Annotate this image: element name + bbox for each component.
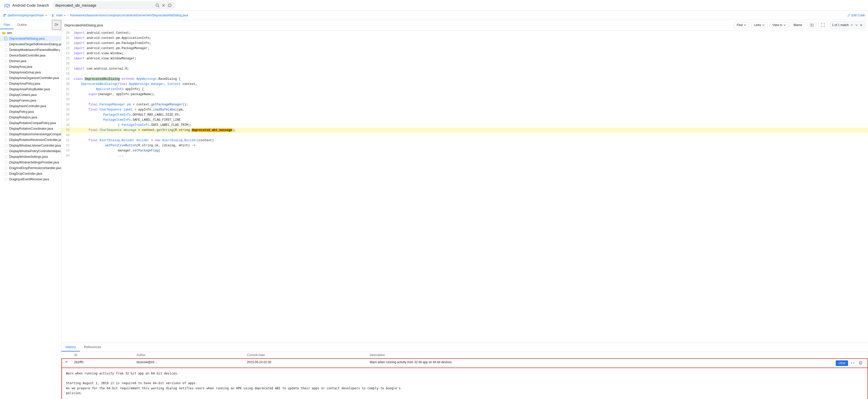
line-code: final PackageManager pm = context.getPac… <box>72 102 868 107</box>
breadcrumb-sep2: › <box>67 13 69 17</box>
line-number: 35 <box>61 107 72 112</box>
svg-point-10 <box>5 14 6 15</box>
tree-file-deprecated-abi[interactable]: J DeprecatedAbiDialog.java <box>0 36 61 41</box>
tree-file-15[interactable]: DisplayRotationCompatPolicy.java <box>0 120 61 126</box>
tree-file-14[interactable]: DisplayRotation.java <box>0 114 61 120</box>
bottom-tab-history[interactable]: History <box>61 343 80 352</box>
file-name: DisplayRotationCoordinator.java <box>9 127 53 130</box>
code-line-40: 40 <box>61 133 868 138</box>
copy-icon <box>859 361 863 365</box>
svg-rect-34 <box>5 110 7 113</box>
search-bar[interactable]: i <box>52 1 175 9</box>
match-close-button[interactable] <box>860 24 863 27</box>
tree-file-25[interactable]: DragInputEventReceiver.java <box>0 176 61 182</box>
find-button[interactable]: Find <box>734 22 749 28</box>
search-input[interactable] <box>55 3 153 7</box>
commit-copy-button[interactable] <box>857 360 864 366</box>
svg-rect-35 <box>5 116 7 119</box>
col-date: Commit Date <box>244 352 367 359</box>
collapse-icon <box>55 23 59 27</box>
sidebar-tab-outline[interactable]: Outline <box>13 21 30 29</box>
tree-file-9[interactable]: DisplayAreaPolicyBuilder.java <box>0 87 61 92</box>
tree-file-23[interactable]: DragAndDropPermissionsHandler.java <box>0 165 61 171</box>
bottom-tab-references[interactable]: References <box>80 343 105 352</box>
commit-row-1[interactable]: 2b1fff3 tdusnoki@inf.... 2023-05-24 02:3… <box>62 359 868 368</box>
svg-text:{Q}: {Q} <box>4 3 10 8</box>
line-number: 40 <box>61 133 72 138</box>
svg-point-9 <box>4 15 5 16</box>
breadcrumb-platform[interactable]: platform/superproject/main <box>8 13 44 17</box>
match-next-button[interactable] <box>855 24 858 27</box>
col-author: Author <box>133 352 244 359</box>
tree-file-19[interactable]: DisplayWindowListenerController.java <box>0 143 61 148</box>
java-file-icon5 <box>4 59 8 63</box>
file-name: DisplayPolicy.java <box>9 110 34 113</box>
view-in-button[interactable]: View in <box>770 22 788 28</box>
tree-file-4[interactable]: Dimmer.java <box>0 58 61 64</box>
tree-file-1[interactable]: DeprecatedTargetSdkVersionDialog.java <box>0 41 61 47</box>
tree-file-8[interactable]: DisplayAreaPolicy.java <box>0 81 61 87</box>
app-logo[interactable]: {Q} Android Code Search <box>3 2 49 9</box>
tree-file-18[interactable]: DisplayRotationReversionController.java <box>0 137 61 143</box>
tree-file-2[interactable]: DesktopModelaunchParamsModifier.j <box>0 47 61 53</box>
search-clear-button[interactable] <box>161 3 165 7</box>
history-header-row: ID Author Commit Date Description <box>62 352 868 359</box>
java-file-icon3 <box>4 48 8 52</box>
history-scroll[interactable]: ID Author Commit Date Description <box>61 352 868 399</box>
tree-file-10[interactable]: DisplayContent.java <box>0 92 61 98</box>
split-view-button[interactable] <box>807 22 816 28</box>
commit-chevron[interactable] <box>62 359 71 368</box>
links-button[interactable]: Links <box>751 22 768 28</box>
breadcrumb-root[interactable]: platform/superproject/main <box>3 13 48 17</box>
sidebar-collapse-button[interactable] <box>52 20 61 30</box>
search-button[interactable] <box>155 3 159 7</box>
tree-file-11[interactable]: DisplayFrames.java <box>0 98 61 103</box>
search-info-button[interactable]: i <box>167 3 172 7</box>
sidebar-tab-files[interactable]: Files <box>0 21 13 29</box>
commit-view-button[interactable]: VIEW <box>836 360 848 366</box>
tree-file-5[interactable]: DisplayArea.java <box>0 64 61 70</box>
line-number: 33 <box>61 97 72 102</box>
file-name: DragDropController.java <box>9 172 42 175</box>
code-line-22: 22import android.content.pm.PackageItemI… <box>61 41 868 46</box>
tree-file-12[interactable]: DisplayHashController.java <box>0 103 61 109</box>
tree-file-22[interactable]: DisplayWindowSettingsProvider.java <box>0 160 61 165</box>
links-label: Links <box>754 23 761 27</box>
file-name: DisplayRotation.java <box>9 115 37 119</box>
java-file-icon20 <box>4 144 8 147</box>
bottom-tabs: History References <box>61 343 868 352</box>
breadcrumb-branch-name[interactable]: main <box>56 13 63 17</box>
chevron-down-icon2 <box>63 14 66 16</box>
code-line-23: 23import android.content.pm.PackageManag… <box>61 46 868 51</box>
tree-file-21[interactable]: DisplayWindowSettings.java <box>0 154 61 160</box>
file-name: DragAndDropPermissionsHandler.java <box>9 166 61 170</box>
java-file-icon26 <box>4 177 8 181</box>
tree-file-24[interactable]: DragDropController.java <box>0 171 61 176</box>
svg-rect-42 <box>5 155 7 158</box>
tree-file-16[interactable]: DisplayRotationCoordinator.java <box>0 126 61 131</box>
edit-code-button[interactable]: Edit Code <box>847 13 865 17</box>
match-prev-button[interactable] <box>850 24 854 27</box>
commit-code-button[interactable] <box>849 360 856 366</box>
commit-author: tdusnoki@inf.... <box>133 359 244 368</box>
tree-file-6[interactable]: DisplayAreaGroup.java <box>0 70 61 75</box>
breadcrumb-path[interactable]: frameworks/base/services/core/java/com/a… <box>70 13 188 17</box>
tree-file-13[interactable]: DisplayPolicy.java <box>0 109 61 114</box>
tree-file-7[interactable]: DisplayAreaOrganizerController.java <box>0 75 61 81</box>
main-area: Files Outline wm J <box>0 20 868 399</box>
code-file-title: DeprecatedAbiDialog.java <box>64 23 732 27</box>
tree-file-3[interactable]: DeviceStateController.java <box>0 53 61 58</box>
java-file-icon12 <box>4 99 8 102</box>
sidebar-tabs: Files Outline <box>0 20 61 30</box>
match-info: 1 of 1 match <box>832 23 849 27</box>
tree-folder-wm[interactable]: wm <box>0 30 61 36</box>
tree-file-17[interactable]: DisplayRotationImmersiveAppCompat <box>0 131 61 137</box>
java-file-icon19 <box>4 138 8 142</box>
branch-icon <box>3 13 7 17</box>
code-content[interactable]: 20import android.content.Context; 21impo… <box>61 30 868 343</box>
line-code: ... <box>72 153 868 158</box>
breadcrumb-main[interactable]: main <box>52 13 66 17</box>
tree-file-20[interactable]: DisplayWindowPolicyControllerHelper. <box>0 148 61 154</box>
blame-button[interactable]: Blame <box>791 22 805 28</box>
expand-button[interactable] <box>818 22 828 28</box>
